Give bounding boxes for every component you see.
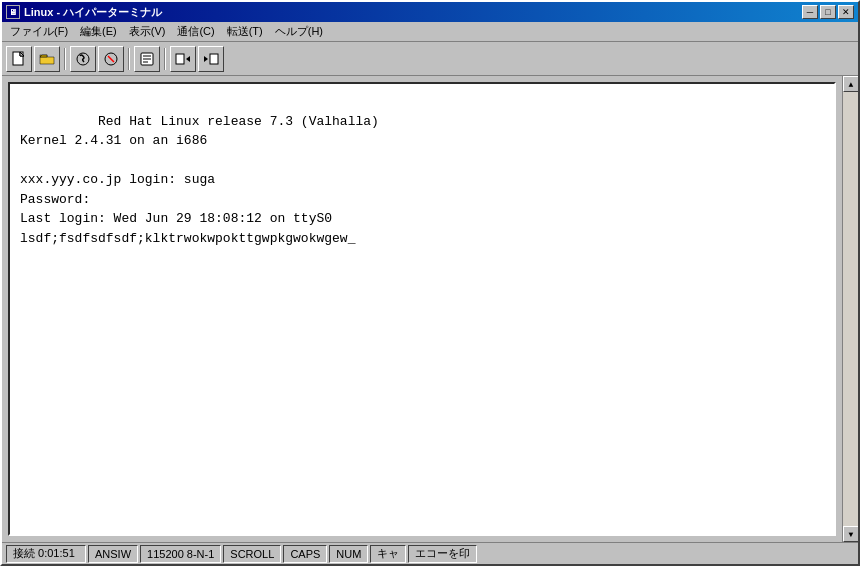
close-button[interactable]: ✕ [838, 5, 854, 19]
receive-file-button[interactable] [198, 46, 224, 72]
maximize-button[interactable]: □ [820, 5, 836, 19]
dial-button[interactable] [70, 46, 96, 72]
open-button[interactable] [34, 46, 60, 72]
terminal[interactable]: Red Hat Linux release 7.3 (Valhalla) Ker… [8, 82, 836, 536]
num-status: NUM [329, 545, 368, 563]
toolbar-separator-1 [64, 48, 66, 70]
svg-marker-11 [186, 56, 190, 62]
title-bar: 🖥 Linux - ハイパーターミナル ─ □ ✕ [2, 2, 858, 22]
disconnect-button[interactable] [98, 46, 124, 72]
properties-button[interactable] [134, 46, 160, 72]
connection-status: 接続 0:01:51 [6, 545, 86, 563]
content-area: Red Hat Linux release 7.3 (Valhalla) Ker… [2, 76, 858, 542]
scroll-track[interactable] [843, 92, 858, 526]
menu-transfer[interactable]: 転送(T) [221, 22, 269, 41]
title-bar-text: 🖥 Linux - ハイパーターミナル [6, 5, 162, 20]
svg-rect-12 [210, 54, 218, 64]
send-file-button[interactable] [170, 46, 196, 72]
title-buttons: ─ □ ✕ [802, 5, 854, 19]
svg-line-5 [108, 56, 114, 62]
menu-comm[interactable]: 通信(C) [171, 22, 220, 41]
menu-help[interactable]: ヘルプ(H) [269, 22, 329, 41]
scrollbar: ▲ ▼ [842, 76, 858, 542]
new-button[interactable] [6, 46, 32, 72]
scroll-status: SCROLL [223, 545, 281, 563]
toolbar [2, 42, 858, 76]
echo-status: エコーを印 [408, 545, 477, 563]
scroll-down-button[interactable]: ▼ [843, 526, 858, 542]
menu-edit[interactable]: 編集(E) [74, 22, 123, 41]
toolbar-separator-2 [128, 48, 130, 70]
scroll-up-button[interactable]: ▲ [843, 76, 858, 92]
minimize-button[interactable]: ─ [802, 5, 818, 19]
terminal-output: Red Hat Linux release 7.3 (Valhalla) Ker… [20, 92, 824, 268]
status-bar: 接続 0:01:51 ANSIW 115200 8-N-1 SCROLL CAP… [2, 542, 858, 564]
caps-status: CAPS [283, 545, 327, 563]
menu-bar: ファイル(F) 編集(E) 表示(V) 通信(C) 転送(T) ヘルプ(H) [2, 22, 858, 42]
baud-status: 115200 8-N-1 [140, 545, 221, 563]
capture-status: キャ [370, 545, 406, 563]
terminal-current-line: lsdf;fsdfsdfsdf;klktrwokwpokttgwpkgwokwg… [20, 231, 355, 246]
svg-marker-13 [204, 56, 208, 62]
menu-file[interactable]: ファイル(F) [4, 22, 74, 41]
encoding-status: ANSIW [88, 545, 138, 563]
terminal-wrapper: Red Hat Linux release 7.3 (Valhalla) Ker… [2, 76, 842, 542]
toolbar-separator-3 [164, 48, 166, 70]
window-title: Linux - ハイパーターミナル [24, 5, 162, 20]
menu-view[interactable]: 表示(V) [123, 22, 172, 41]
svg-rect-10 [176, 54, 184, 64]
main-window: 🖥 Linux - ハイパーターミナル ─ □ ✕ ファイル(F) 編集(E) … [0, 0, 860, 566]
app-icon: 🖥 [6, 5, 20, 19]
